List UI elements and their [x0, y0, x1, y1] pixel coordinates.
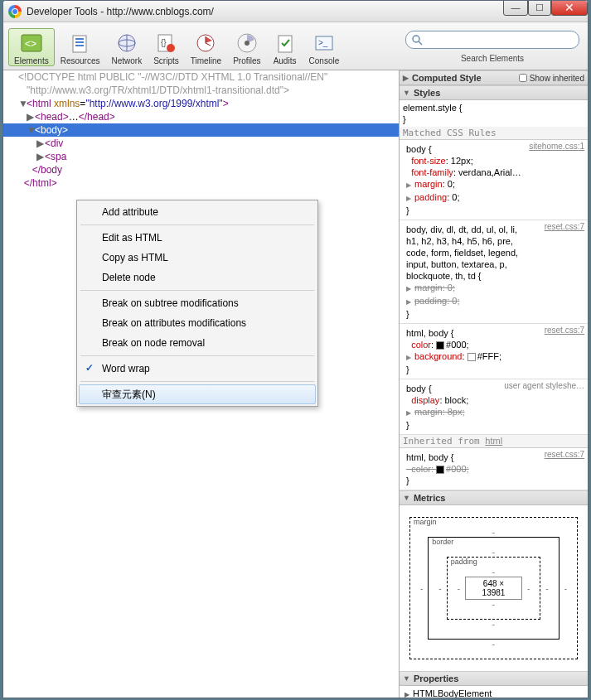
- cm-break-attr[interactable]: Break on attributes modifications: [79, 313, 316, 333]
- titlebar: Developer Tools - http://www.cnblogs.com…: [3, 1, 588, 22]
- tab-resources-label: Resources: [61, 56, 100, 65]
- cm-copy-html[interactable]: Copy as HTML: [79, 248, 316, 268]
- svg-rect-5: [75, 45, 84, 46]
- search-icon: [411, 34, 423, 46]
- maximize-button[interactable]: ☐: [528, 0, 551, 16]
- expand-arrow-icon: ▶: [403, 74, 409, 82]
- show-inherited-checkbox[interactable]: [519, 74, 527, 82]
- check-icon: ✓: [85, 361, 94, 374]
- tab-audits-label: Audits: [274, 56, 297, 65]
- css-rule[interactable]: sitehome.css:1 body { font-size: 12px; f…: [400, 140, 588, 220]
- expand-arrow-icon: ▼: [403, 674, 410, 683]
- svg-point-21: [413, 36, 419, 42]
- tab-console[interactable]: >_ Console: [303, 28, 346, 66]
- cm-add-attribute[interactable]: Add attribute: [79, 202, 316, 222]
- html-close[interactable]: </html>: [3, 176, 399, 190]
- body-node-selected[interactable]: ▼<body>: [3, 123, 399, 137]
- cm-break-subtree[interactable]: Break on subtree modifications: [79, 293, 316, 313]
- html-open[interactable]: ▼<html xmlns="http://www.w3.org/1999/xht…: [3, 97, 399, 110]
- tab-network-label: Network: [112, 56, 143, 65]
- window-title: Developer Tools - http://www.cnblogs.com…: [27, 6, 583, 17]
- tab-timeline[interactable]: Timeline: [185, 28, 227, 66]
- computed-style-header[interactable]: ▶ Computed Style Show inherited: [400, 70, 588, 85]
- box-dimensions: 648 × 13981: [465, 577, 522, 600]
- styles-header[interactable]: ▼ Styles: [400, 85, 588, 100]
- properties-title: Properties: [414, 673, 458, 683]
- cm-sep: [80, 381, 314, 382]
- tab-audits[interactable]: Audits: [267, 28, 303, 66]
- properties-header[interactable]: ▼ Properties: [400, 671, 588, 686]
- context-menu: Add attribute Edit as HTML Copy as HTML …: [76, 200, 318, 407]
- rule-source[interactable]: reset.css:7: [545, 222, 584, 231]
- cm-delete-node[interactable]: Delete node: [79, 268, 316, 287]
- rule-source[interactable]: sitehome.css:1: [529, 142, 584, 151]
- elements-panel[interactable]: <!DOCTYPE html PUBLIC "-//W3C//DTD XHTML…: [3, 70, 399, 698]
- tab-network[interactable]: Network: [106, 28, 148, 66]
- computed-title: Computed Style: [412, 73, 482, 83]
- tab-console-label: Console: [309, 56, 340, 65]
- metrics-header[interactable]: ▼ Metrics: [400, 490, 588, 505]
- tab-elements-label: Elements: [14, 56, 49, 65]
- timeline-icon: [193, 31, 218, 56]
- tab-profiles[interactable]: Profiles: [227, 28, 266, 66]
- doctype-line[interactable]: <!DOCTYPE html PUBLIC "-//W3C//DTD XHTML…: [3, 70, 399, 84]
- properties-body[interactable]: ▶HTMLBodyElement ▶HTMLBodyElement: [400, 686, 588, 698]
- span-node[interactable]: ▶<spa: [3, 150, 399, 163]
- svg-point-11: [167, 44, 175, 52]
- tab-resources[interactable]: Resources: [55, 28, 106, 66]
- tab-timeline-label: Timeline: [191, 56, 221, 65]
- tab-scripts[interactable]: {} Scripts: [148, 28, 185, 66]
- tab-scripts-label: Scripts: [153, 56, 179, 65]
- cm-sep: [80, 355, 314, 356]
- svg-text:>_: >_: [318, 38, 328, 47]
- tab-elements[interactable]: <> Elements: [8, 28, 55, 66]
- rule-source[interactable]: reset.css:7: [545, 450, 584, 459]
- cm-sep: [80, 290, 314, 291]
- css-rule[interactable]: user agent styleshe… body { display: blo…: [400, 379, 588, 435]
- network-icon: [114, 31, 139, 56]
- matched-rules-header: Matched CSS Rules: [400, 127, 588, 140]
- head-node[interactable]: ▶<head>…</head>: [3, 110, 399, 123]
- svg-text:<>: <>: [25, 38, 36, 50]
- svg-text:{}: {}: [161, 38, 167, 47]
- element-style-rule[interactable]: element.style { }: [400, 100, 588, 127]
- elements-icon: <>: [19, 31, 44, 56]
- show-inherited[interactable]: Show inherited: [519, 74, 584, 83]
- rule-source[interactable]: reset.css:7: [545, 326, 584, 335]
- search-wrap: Search Elements: [405, 31, 579, 63]
- svg-line-22: [419, 41, 422, 45]
- search-label: Search Elements: [461, 54, 524, 63]
- metrics-diagram[interactable]: margin - - border - - padding -: [400, 505, 588, 671]
- tab-profiles-label: Profiles: [233, 56, 260, 65]
- css-rule[interactable]: reset.css:7 body, div, dl, dt, dd, ul, o…: [400, 220, 588, 324]
- metrics-title: Metrics: [414, 493, 446, 503]
- svg-rect-4: [75, 41, 84, 43]
- css-rule[interactable]: reset.css:7 html, body { color: #000; }: [400, 448, 588, 490]
- close-button[interactable]: ✕: [551, 0, 588, 16]
- color-swatch[interactable]: [436, 341, 444, 350]
- devtools-window: Developer Tools - http://www.cnblogs.com…: [2, 0, 589, 698]
- profiles-icon: [235, 31, 259, 56]
- color-swatch[interactable]: [467, 353, 476, 361]
- div-node[interactable]: ▶<div: [3, 137, 399, 150]
- styles-title: Styles: [414, 88, 440, 98]
- cm-inspect[interactable]: 审查元素(N): [79, 384, 316, 404]
- css-rule[interactable]: reset.css:7 html, body { color: #000; ▶b…: [400, 324, 588, 379]
- cm-break-removal[interactable]: Break on node removal: [79, 333, 316, 353]
- svg-rect-3: [75, 38, 84, 40]
- color-swatch[interactable]: [436, 466, 444, 474]
- search-input[interactable]: [405, 31, 579, 49]
- console-icon: >_: [312, 31, 337, 56]
- styles-sidebar: ▶ Computed Style Show inherited ▼ Styles…: [399, 70, 588, 698]
- cm-sep: [80, 224, 314, 225]
- chrome-icon: [8, 5, 22, 18]
- cm-word-wrap[interactable]: ✓Word wrap: [79, 359, 316, 379]
- minimize-button[interactable]: —: [503, 0, 528, 16]
- window-buttons: — ☐ ✕: [503, 0, 588, 16]
- expand-arrow-icon: ▼: [403, 89, 410, 97]
- expand-arrow-icon: ▼: [403, 494, 410, 502]
- body-close[interactable]: </body: [3, 163, 399, 176]
- cm-edit-html[interactable]: Edit as HTML: [79, 228, 316, 248]
- doctype-line2[interactable]: "http://www.w3.org/TR/xhtml1/DTD/xhtml1-…: [3, 84, 399, 97]
- resources-icon: [68, 31, 93, 56]
